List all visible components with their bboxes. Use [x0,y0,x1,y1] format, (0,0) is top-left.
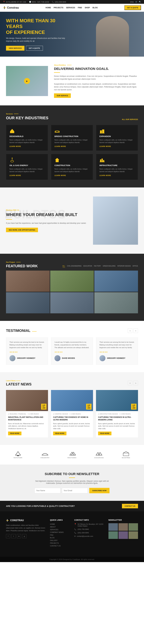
stars-1: ★★★★★ [9,351,45,353]
svg-rect-4 [55,132,60,132]
news-prev-arrow[interactable]: ‹ [128,381,132,385]
partner-2[interactable]: VINCENTRY [39,451,51,458]
newsletter-name-input[interactable] [34,488,61,493]
get-quote-hero-button[interactable]: GET A QUOTE [26,46,43,50]
language-selector[interactable]: ENG [130,1,134,3]
social-facebook[interactable]: f [6,534,10,538]
nav-blog[interactable]: BLOG [92,7,98,9]
partner-4[interactable]: COSIGRANS [93,451,105,458]
news-read-more-2[interactable]: READ MORE [53,432,67,435]
cart-icon[interactable]: 🛒 [135,1,138,3]
portfolio-item-1[interactable] [6,270,50,292]
search-icon[interactable]: 🔍 [139,1,141,3]
news-card-3: 17JAN 🏷 ARCHITECTURE DESIGN ✏ 2 MIN READ… [96,390,138,438]
hero-worker-image [96,16,129,56]
news-read-3: ✏ 2 MIN READS [119,413,131,415]
testimonial-nav: ‹ › [128,328,138,333]
filter-interior[interactable]: INTERIOR DESIGN [117,264,131,268]
news-date-1: 17JAN [41,404,47,410]
filter-green[interactable]: GREEN BUILDING [103,264,116,268]
filter-office[interactable]: OFFICE [133,264,138,268]
about-section: ▶ About Buildtos DELIVERING INNOVATION G… [0,56,144,106]
social-google[interactable]: g [22,534,26,538]
footer-link-contact[interactable]: CONTACT US [50,545,70,547]
footer-link-services[interactable]: SERVICES [50,529,70,530]
news-body-2: 🏷 GRAPHIC DESIGN ✏ 2 MIN READS CAPTURING… [51,411,93,438]
footer-logo[interactable]: CONSTRAU [6,519,45,522]
phone-text: (201) 509-5845 [55,1,66,3]
testimonial-text-2: I would say I'd highly recommend this to… [55,341,89,349]
footer-link-gallery[interactable]: GALLERY [50,540,70,541]
footer-news-img-3[interactable] [129,523,138,531]
nav-find[interactable]: FIND [78,7,82,9]
hero-description: We design, finance, build and operate in… [6,37,66,42]
testimonial-text-3: Their services are among the best to be … [99,341,135,349]
news-read-more-1[interactable]: READ MORE [8,432,21,435]
newsletter-email-input[interactable] [62,488,88,493]
author-2: DAVID WOODS [55,355,89,361]
partner-1[interactable]: RAFUTUER [12,451,24,458]
service-learn-infrastructure[interactable]: LEARN MORE [99,175,111,176]
job-opportunities-button[interactable]: SEE MORE JOB OPPORTUNITIES [6,228,38,232]
logo[interactable]: Constrau [3,6,19,9]
footer-news-img-4[interactable] [108,531,118,539]
filter-tabs: ALL CIVIL ENGINEERING EDUCATION FACTORY … [63,264,138,268]
service-learn-construction[interactable]: LEARN MORE [55,175,66,176]
social-twitter[interactable]: t [11,534,16,538]
contact-us-button[interactable]: CONTACT US [122,504,138,508]
social-linkedin[interactable]: in [17,534,21,538]
partner-3[interactable]: ROUTODES [66,451,78,458]
nav-services[interactable]: SERVICES [66,7,75,9]
footer-link-projects[interactable]: PROJECTS [50,542,70,544]
service-icon-expansion [99,128,105,134]
partner-5[interactable]: MAINTRED [120,451,132,458]
news-read-1: ✏ 2 MIN READS [28,413,39,415]
nav-shop[interactable]: SHOP [85,7,90,9]
portfolio-item-2[interactable] [50,270,94,292]
footer-link-home[interactable]: HOME [50,523,70,525]
view-all-link[interactable]: ALL OUR SERVICES [122,118,138,120]
portfolio-item-4[interactable] [6,292,50,313]
footer-news-img-2[interactable] [119,523,128,531]
portfolio-item-6[interactable] [94,292,138,313]
news-next-arrow[interactable]: › [134,381,138,385]
next-arrow[interactable]: › [134,328,138,333]
play-button[interactable]: ▶ [24,78,30,84]
footer-phone2: 📞 (201) 509-5845 [74,532,104,534]
footer-link-about[interactable]: ABOUT [50,526,70,528]
service-learn-bridge[interactable]: LEARN MORE [55,146,66,147]
footer-link-faq[interactable]: FAQ [50,534,70,536]
svg-rect-27 [123,453,129,456]
filter-factory[interactable]: FACTORY [94,264,101,268]
footer-news-img-6[interactable] [129,531,138,539]
get-quote-button[interactable]: GET A QUOTE [124,5,141,10]
service-learn-design[interactable]: LEARN MORE [9,146,21,147]
filter-education[interactable]: EDUCATION [83,264,92,268]
service-learn-expansion[interactable]: LEARN MORE [99,146,111,147]
view-services-button[interactable]: VIEW SERVICES [6,46,24,50]
featured-header: FEATURED WORK ALL CIVIL ENGINEERING EDUC… [6,264,138,268]
prev-arrow[interactable]: ‹ [128,328,132,333]
filter-all[interactable]: ALL [63,264,65,268]
footer-news-img-5[interactable] [119,531,128,539]
footer-link-blog[interactable]: BLOG [50,537,70,538]
svg-marker-23 [70,452,74,455]
portfolio-item-3[interactable] [94,270,138,292]
news-category-3: 🏷 ARCHITECTURE DESIGN [98,413,118,415]
nav-projects[interactable]: PROJECTS [54,7,64,9]
our-service-button[interactable]: OUR SERVICE [54,93,71,98]
svg-rect-1 [4,6,5,9]
svg-point-12 [12,158,13,158]
nav-home[interactable]: HOME [46,7,51,9]
newsletter-subscribe-button[interactable]: SUBSCRIBE NOW [89,488,110,493]
portfolio-item-5[interactable] [50,292,94,313]
footer-news-img-1[interactable] [108,523,118,531]
hours-text: MON - SAT, 7:00-18:00 [32,1,49,3]
service-learn-oil[interactable]: LEARN MORE [9,175,21,176]
footer-link-news[interactable]: COMPANY NEWS [50,531,70,533]
news-read-more-3[interactable]: READ MORE [98,432,111,435]
news-text-1: Nunc vel iaculis dui. Maecenas commodo e… [8,422,46,430]
filter-civil[interactable]: CIVIL ENGINEERING [67,264,81,268]
footer-newsletter-title: NEWSLETTER [108,519,138,521]
services-header: OUR KEY INDUSTRIES ALL OUR SERVICES [6,116,138,120]
